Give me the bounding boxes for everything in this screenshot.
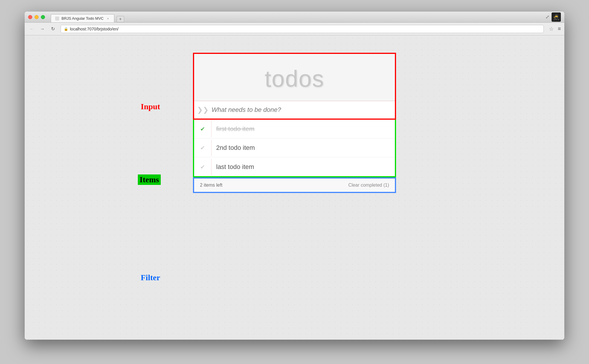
todo-text-3: last todo item	[212, 159, 395, 175]
browser-window: BRJS Angular Todo MVC × + ⤢ 🥷 ← → ↻ 🔒 lo…	[25, 12, 564, 340]
app-container: Input Items Filter todos ❯❯ ✔ first todo	[193, 53, 396, 322]
forward-button[interactable]: →	[39, 25, 46, 33]
input-label: Input	[141, 102, 160, 111]
maximize-button[interactable]	[41, 15, 45, 19]
tab-title: BRJS Angular Todo MVC	[62, 16, 104, 21]
window-controls-right: ⤢ 🥷	[545, 12, 561, 22]
items-section: ✔ first todo item ✔ 2nd todo item ✔ last…	[193, 120, 396, 177]
new-tab-button[interactable]: +	[117, 16, 124, 22]
todo-text-1: first todo item	[212, 121, 395, 137]
tab-close-button[interactable]: ×	[106, 17, 110, 21]
titlebar: BRJS Angular Todo MVC × + ⤢ 🥷	[25, 12, 564, 23]
traffic-lights	[28, 15, 45, 19]
reload-button[interactable]: ↻	[49, 25, 57, 33]
toggle-all-button[interactable]: ❯❯	[194, 101, 212, 119]
todo-item: ✔ 2nd todo item	[194, 139, 395, 157]
filter-section: 2 items left Clear completed (1)	[193, 177, 396, 193]
page-content: Input Items Filter todos ❯❯ ✔ first todo	[25, 35, 564, 340]
toggle-all-icon: ❯❯	[197, 106, 209, 114]
ninja-icon: 🥷	[552, 12, 561, 22]
expand-icon[interactable]: ⤢	[545, 14, 549, 20]
tab-favicon	[55, 17, 59, 21]
clear-completed-button[interactable]: Clear completed (1)	[348, 183, 389, 188]
new-todo-input[interactable]	[212, 101, 395, 118]
back-button[interactable]: ←	[28, 25, 36, 33]
items-left-count: 2 items left	[200, 183, 222, 188]
todo-item: ✔ last todo item	[194, 157, 395, 176]
menu-button[interactable]: ≡	[558, 26, 561, 32]
todo-text-2: 2nd todo item	[212, 139, 395, 156]
active-tab[interactable]: BRJS Angular Todo MVC ×	[51, 14, 114, 22]
minimize-button[interactable]	[35, 15, 39, 19]
filter-label: Filter	[141, 273, 160, 282]
bookmark-button[interactable]: ☆	[549, 26, 554, 32]
new-todo-row: ❯❯	[194, 101, 395, 119]
url-security-icon: 🔒	[64, 27, 68, 31]
items-label: Items	[138, 174, 161, 185]
todo-checkbox-2[interactable]: ✔	[194, 140, 212, 156]
app-title: todos	[194, 54, 395, 101]
todo-checkbox-3[interactable]: ✔	[194, 159, 212, 175]
todo-checkbox-1[interactable]: ✔	[194, 121, 212, 137]
todo-item: ✔ first todo item	[194, 120, 395, 139]
address-bar: ← → ↻ 🔒 localhost:7070/brjstodo/en/ ☆ ≡	[25, 23, 564, 35]
url-bar[interactable]: 🔒 localhost:7070/brjstodo/en/	[61, 25, 544, 33]
input-section: todos ❯❯	[193, 53, 396, 120]
tab-bar: BRJS Angular Todo MVC × +	[51, 12, 124, 22]
url-text: localhost:7070/brjstodo/en/	[70, 27, 118, 31]
close-button[interactable]	[28, 15, 32, 19]
